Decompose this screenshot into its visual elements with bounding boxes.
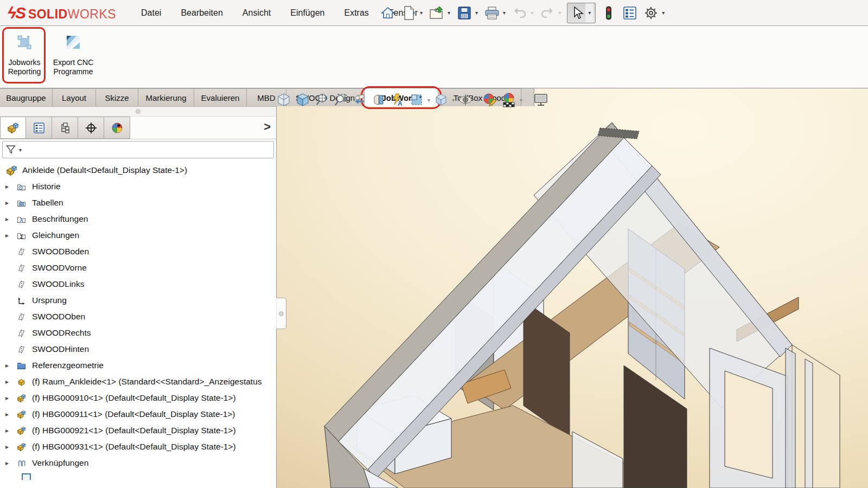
tab-propertymanager[interactable] [26,117,52,139]
tree-root-item[interactable]: Ankleide (Default<Default_Display State-… [0,162,276,178]
tree-item[interactable]: ▸ABeschriftungen [0,211,276,227]
tab-configurationmanager[interactable] [52,117,78,139]
expand-arrow-icon[interactable]: ▸ [0,232,14,239]
tree-item[interactable]: ▸Historie [0,178,276,195]
tree-item[interactable]: ▸ΣGleichungen [0,227,276,243]
tab-evaluieren[interactable]: Evaluieren [194,88,247,106]
dropdown-caret-icon[interactable]: ▾ [474,10,479,16]
expand-arrow-icon[interactable]: ▸ [0,362,14,369]
dropdown-caret-icon[interactable]: ▾ [520,97,522,103]
section-view-icon[interactable] [371,92,387,108]
tab-layout[interactable]: Layout [53,88,96,106]
select-tool-dropdown[interactable]: ▾ [585,3,593,23]
dropdown-caret-icon[interactable]: ▾ [452,97,455,103]
tree-item[interactable]: ▸(f) HBG000931<1> (Default<Default_Displ… [0,439,276,455]
tree-item-label: SWOODLinks [32,279,84,289]
tab-skizze[interactable]: Skizze [96,88,138,106]
print-icon[interactable] [484,5,500,21]
menu-datei[interactable]: Datei [141,8,161,18]
tree-item-label: SWOODHinten [32,344,89,354]
edit-appearance-icon[interactable] [482,92,498,108]
menu-items: Datei Bearbeiten Ansicht Einfügen Extras… [141,8,418,18]
menu-ansicht[interactable]: Ansicht [242,8,271,18]
tab-displaymanager[interactable] [104,117,130,139]
dropdown-caret-icon[interactable]: ▾ [18,147,23,153]
home-icon[interactable] [380,5,396,21]
menu-bearbeiten[interactable]: Bearbeiten [181,8,222,18]
expand-arrow-icon[interactable]: ▸ [0,199,14,207]
tree-item[interactable]: ▸Referenzgeometrie [0,357,276,374]
tree-item[interactable]: SWOODLinks [0,276,276,292]
tab-baugruppe[interactable]: Baugruppe [0,88,53,106]
assembly-root-icon [4,165,18,176]
expand-arrow-icon[interactable]: ▸ [0,378,14,386]
tree-item[interactable]: SWOODRechts [0,325,276,341]
open-folder-icon[interactable] [429,5,445,21]
assembly-icon [14,426,28,435]
tab-markierung[interactable]: Markierung [138,88,194,106]
zoom-area-icon[interactable] [333,92,349,108]
select-tool-button[interactable]: ▾ [567,3,596,23]
panel-collapse-handle[interactable] [0,107,276,117]
plane-icon [14,312,28,322]
menu-extras[interactable]: Extras [344,8,368,18]
dropdown-caret-icon[interactable]: ▾ [502,10,507,16]
tree-item[interactable]: ▸(f) HBG000911<1> (Default<Default_Displ… [0,406,276,422]
tree-item[interactable]: ▸Tabellen [0,195,276,211]
tree-item[interactable]: ▸(f) HBG000910<1> (Default<Default_Displ… [0,390,276,406]
tab-dimxpert[interactable] [78,117,104,139]
panel-splitter-handle[interactable] [276,298,286,329]
tab-featuremanager[interactable] [0,117,26,139]
expand-arrow-icon[interactable]: ▸ [0,183,14,190]
tree-item[interactable]: SWOODVorne [0,260,276,276]
tree-item[interactable]: ▸(f) Raum_Ankleide<1> (Standard<<Standar… [0,374,276,390]
expand-arrow-icon[interactable]: ▸ [0,215,14,223]
previous-view-icon[interactable] [352,92,368,108]
apply-scene-icon[interactable] [501,92,517,108]
wireframe-cube-icon[interactable] [276,92,292,108]
menu-einfuegen[interactable]: Einfügen [290,8,324,18]
expand-arrow-icon[interactable]: ▸ [0,394,14,402]
tree-item[interactable]: ▸Verknüpfungen [0,455,276,471]
feature-tree: Ankleide (Default<Default_Display State-… [0,162,276,488]
panel-expand-chevron-icon[interactable]: > [264,120,271,134]
jobworks-reporting-button[interactable]: Jobworks Reporting [1,29,48,84]
jobworks-reporting-label-line1: Jobworks [8,58,40,68]
dropdown-caret-icon[interactable]: ▾ [476,97,479,103]
settings-gear-icon[interactable] [643,5,659,21]
task-list-icon[interactable] [622,5,638,21]
save-icon[interactable] [456,5,473,21]
assembly-icon [14,394,28,403]
view-settings-icon[interactable] [533,92,549,108]
traffic-light-icon[interactable] [601,5,617,21]
expand-arrow-icon[interactable]: ▸ [0,427,14,434]
graphics-viewport[interactable] [277,88,868,488]
tree-item[interactable]: SWOODOben [0,309,276,325]
dropdown-caret-icon[interactable]: ▾ [661,10,666,16]
dropdown-caret-icon[interactable]: ▾ [427,97,430,103]
display-style-icon[interactable] [433,92,449,108]
tree-item[interactable]: Ursprung [0,292,276,309]
dropdown-caret-icon[interactable]: ▾ [446,10,451,16]
view-orientation-icon[interactable] [409,92,425,108]
tree-filter-input[interactable]: ▾ [2,141,274,158]
dropdown-caret-icon[interactable]: ▾ [419,10,424,16]
shaded-cube-icon[interactable] [295,92,311,108]
solidworks-window: ϟS SOLIDWORKS Datei Bearbeiten Ansicht E… [0,0,868,488]
tree-item[interactable]: ▸(f) HBG000921<1> (Default<Default_Displ… [0,422,276,439]
export-cnc-button[interactable]: Export CNC Programme [50,29,97,84]
expand-arrow-icon[interactable]: ▸ [0,443,14,451]
feature-tree-items: ▸Historie▸Tabellen▸ABeschriftungen▸ΣGlei… [0,178,276,471]
zoom-fit-icon[interactable] [314,92,330,108]
hide-show-items-icon[interactable] [457,92,474,108]
assembly-icon [14,410,28,419]
new-document-icon[interactable] [401,5,417,21]
annotation-visibility-icon[interactable]: A [390,92,406,108]
expand-arrow-icon[interactable]: ▸ [0,459,14,467]
equations-icon: Σ [14,231,28,240]
tree-item[interactable]: SWOODHinten [0,341,276,357]
tree-item[interactable]: SWOODBoden [0,243,276,260]
tree-item-label: SWOODRechts [32,328,91,338]
expand-arrow-icon[interactable]: ▸ [0,410,14,418]
tree-item-label: Beschriftungen [32,214,88,224]
